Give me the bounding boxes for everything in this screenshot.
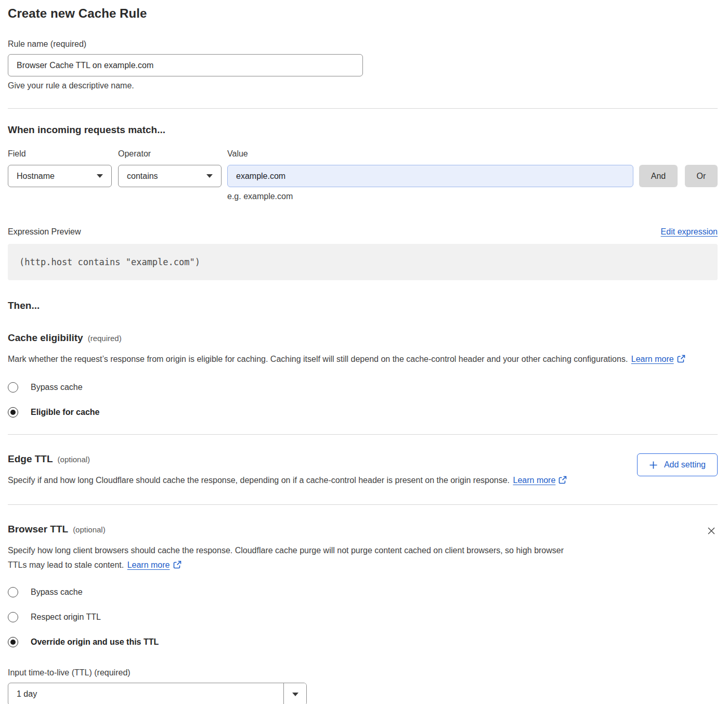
caret-shape (292, 693, 298, 696)
field-column: Field Hostname (8, 149, 112, 201)
radio-icon (8, 612, 18, 622)
radio-icon (8, 407, 18, 418)
divider (8, 108, 718, 109)
operator-column: Operator contains (118, 149, 222, 201)
browser-ttl-description-text: Specify how long client browsers should … (8, 546, 564, 569)
radio-respect-origin-ttl[interactable]: Respect origin TTL (8, 612, 101, 622)
rule-name-input[interactable] (8, 54, 363, 76)
edge-ttl-header: Edge TTL (optional) Specify if and how l… (8, 453, 718, 488)
radio-icon (8, 587, 18, 597)
cache-eligibility-title: Cache eligibility (8, 332, 83, 344)
browser-ttl-description: Specify how long client browsers should … (8, 543, 580, 572)
close-icon (706, 526, 717, 536)
ttl-select[interactable]: 1 day (8, 683, 307, 704)
radio-label: Override origin and use this TTL (31, 637, 159, 647)
edge-ttl-title: Edge TTL (8, 453, 53, 465)
radio-eligible-for-cache[interactable]: Eligible for cache (8, 407, 99, 418)
add-setting-label: Add setting (664, 460, 706, 470)
external-link-icon (558, 476, 567, 484)
radio-label: Eligible for cache (31, 408, 99, 417)
edge-ttl-title-row: Edge TTL (optional) (8, 453, 567, 465)
radio-label: Bypass cache (31, 383, 83, 392)
browser-ttl-title: Browser TTL (8, 524, 68, 535)
edge-ttl-description-text: Specify if and how long Cloudflare shoul… (8, 476, 510, 485)
radio-label: Respect origin TTL (31, 612, 101, 622)
ttl-input-section: Input time-to-live (TTL) (required) 1 da… (8, 668, 718, 704)
operator-select-value: contains (127, 172, 158, 181)
chevron-down-icon (97, 174, 103, 178)
divider (8, 504, 718, 505)
and-button[interactable]: And (639, 165, 678, 187)
or-button[interactable]: Or (685, 165, 718, 187)
cache-eligibility-learn-more-link[interactable]: Learn more (631, 355, 674, 363)
browser-ttl-qualifier: (optional) (73, 525, 106, 534)
add-setting-button[interactable]: Add setting (637, 453, 718, 476)
value-help: e.g. example.com (227, 192, 633, 201)
rule-name-label: Rule name (required) (8, 40, 718, 49)
chevron-down-icon (206, 174, 213, 178)
plus-icon (649, 461, 658, 470)
browser-ttl-text-block: Browser TTL (optional) Specify how long … (8, 524, 580, 572)
expression-code: (http.host contains "example.com") (8, 244, 718, 280)
remove-browser-ttl-button[interactable] (705, 525, 718, 539)
browser-ttl-learn-more-link[interactable]: Learn more (127, 560, 170, 569)
edge-ttl-learn-more-link[interactable]: Learn more (513, 476, 556, 485)
ttl-select-value: 1 day (8, 683, 283, 704)
field-label: Field (8, 149, 112, 159)
rule-name-help: Give your rule a descriptive name. (8, 81, 718, 90)
value-label: Value (227, 149, 633, 159)
cache-eligibility-description-text: Mark whether the request’s response from… (8, 355, 628, 363)
operator-label: Operator (118, 149, 222, 159)
radio-override-origin-ttl[interactable]: Override origin and use this TTL (8, 637, 159, 647)
field-select[interactable]: Hostname (8, 165, 112, 187)
operator-select[interactable]: contains (118, 165, 222, 187)
expression-header: Expression Preview Edit expression (8, 227, 718, 237)
browser-ttl-header: Browser TTL (optional) Specify how long … (8, 524, 718, 572)
chevron-down-icon[interactable] (283, 683, 306, 704)
browser-ttl-title-row: Browser TTL (optional) (8, 524, 580, 535)
external-link-icon (677, 355, 685, 363)
radio-bypass-cache[interactable]: Bypass cache (8, 382, 83, 393)
cache-eligibility-qualifier: (required) (88, 334, 122, 343)
edge-ttl-description: Specify if and how long Cloudflare shoul… (8, 473, 567, 488)
divider (8, 434, 718, 435)
ttl-input-label: Input time-to-live (TTL) (required) (8, 668, 718, 677)
external-link-icon (173, 560, 181, 569)
edit-expression-link[interactable]: Edit expression (661, 227, 718, 237)
value-column: Value e.g. example.com (227, 149, 633, 201)
edge-ttl-text-block: Edge TTL (optional) Specify if and how l… (8, 453, 567, 488)
cache-eligibility-description: Mark whether the request’s response from… (8, 352, 710, 367)
match-row: Field Hostname Operator contains Value e… (8, 149, 718, 201)
page-title: Create new Cache Rule (8, 6, 718, 21)
radio-label: Bypass cache (31, 588, 83, 597)
rule-name-section: Rule name (required) Give your rule a de… (8, 40, 718, 90)
match-heading: When incoming requests match... (8, 124, 718, 136)
field-select-value: Hostname (17, 172, 55, 181)
radio-icon (8, 637, 18, 647)
radio-browser-bypass-cache[interactable]: Bypass cache (8, 587, 83, 597)
value-input[interactable] (227, 165, 633, 187)
cache-eligibility-header: Cache eligibility (required) (8, 332, 718, 344)
expression-preview-label: Expression Preview (8, 227, 81, 237)
then-heading: Then... (8, 300, 718, 311)
edge-ttl-qualifier: (optional) (58, 455, 90, 464)
radio-icon (8, 382, 18, 393)
